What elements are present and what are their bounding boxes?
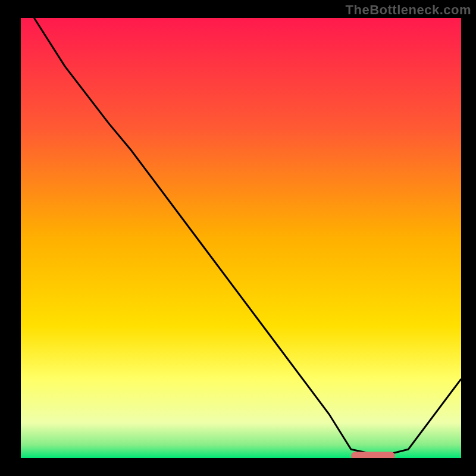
axis-frame: [461, 0, 476, 476]
axis-frame: [0, 458, 476, 476]
axis-frame: [0, 0, 21, 476]
chart-container: TheBottleneck.com: [0, 0, 476, 476]
plot-background: [21, 18, 461, 458]
bottleneck-chart: [0, 0, 476, 476]
watermark-text: TheBottleneck.com: [346, 2, 471, 18]
